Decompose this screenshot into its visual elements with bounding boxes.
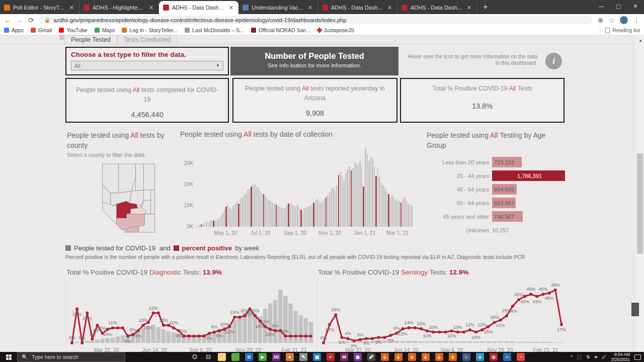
date-bar[interactable] (208, 222, 209, 227)
adhs-window-icon[interactable]: ✋ (422, 353, 430, 361)
red-circle-app-icon[interactable]: ◎ (490, 353, 498, 361)
date-bar[interactable] (238, 204, 239, 227)
age-row[interactable]: 55 - 64 years583,567 (427, 196, 567, 210)
age-row[interactable]: 65 years and older748,567 (427, 210, 567, 223)
taskbar-clock[interactable]: 9:04 AM 3/25/2021 (611, 352, 630, 362)
task-view-icon[interactable]: ⊟ (204, 353, 212, 361)
check-app-icon[interactable]: ✓ (327, 353, 335, 361)
date-bar[interactable] (222, 213, 223, 227)
date-bar[interactable] (397, 199, 398, 227)
browser-tab[interactable]: Understanding Vaccination Prog ✕ (238, 1, 318, 14)
date-bar[interactable] (340, 172, 341, 227)
bookmark-item[interactable]: JuxtaposeJS (317, 27, 354, 33)
date-bar[interactable] (370, 156, 372, 227)
chrome-icon[interactable]: ◔ (517, 353, 525, 361)
maximize-button[interactable]: ▢ (610, 0, 627, 12)
date-bar[interactable] (318, 201, 320, 227)
date-bar[interactable] (300, 210, 302, 227)
date-bar[interactable] (236, 201, 238, 227)
tab-close-icon[interactable]: ✕ (148, 5, 154, 11)
date-bar[interactable] (302, 211, 304, 227)
date-bar[interactable] (361, 165, 363, 227)
date-bar[interactable] (375, 176, 377, 227)
adhs-window-icon[interactable]: ✋ (435, 353, 443, 361)
date-bar[interactable] (249, 189, 250, 227)
date-bar[interactable] (277, 206, 279, 227)
adhs-window-icon[interactable]: ✋ (408, 353, 416, 361)
tablet-icon[interactable]: ⿴ (577, 354, 582, 360)
date-bar[interactable] (410, 205, 411, 227)
age-row[interactable]: 45 - 54 years604,555 (427, 183, 567, 196)
date-bar[interactable] (213, 221, 214, 227)
date-bar[interactable] (393, 198, 395, 227)
date-bar[interactable] (197, 226, 199, 227)
zoom-indicator-icon[interactable]: ⊕ (598, 16, 604, 24)
serology-weekly-chart[interactable]: 0%17%26%5%4%2%3%4%5%7%9%13%14%13%11%10%1… (317, 280, 571, 352)
date-bar[interactable] (349, 166, 350, 227)
tab-close-icon[interactable]: ✕ (466, 5, 472, 11)
age-bar[interactable]: 604,555 (492, 184, 517, 195)
bookmark-item[interactable]: Log in - StoryTeller... (122, 27, 178, 33)
date-bar[interactable] (274, 204, 275, 227)
date-bar[interactable] (411, 206, 413, 227)
date-bar[interactable] (390, 197, 391, 227)
date-bar[interactable] (326, 197, 327, 227)
date-bar[interactable] (306, 208, 307, 227)
taskbar-search[interactable]: 🔍 Type here to search (17, 352, 125, 362)
date-bar[interactable] (206, 222, 207, 227)
date-bar[interactable] (225, 207, 227, 227)
tab-close-icon[interactable]: ✕ (386, 5, 393, 11)
date-bar[interactable] (379, 177, 380, 227)
list-app-icon[interactable]: ≡ (503, 353, 511, 361)
edit-doc-icon[interactable]: ✎ (299, 353, 307, 361)
date-bar[interactable] (367, 154, 368, 227)
date-bar[interactable] (336, 186, 338, 227)
date-bar[interactable] (382, 186, 384, 227)
date-bar[interactable] (372, 159, 373, 227)
bookmark-item[interactable]: Official NORAD San... (251, 27, 310, 33)
reading-list-button[interactable]: Reading list (600, 27, 640, 33)
volume-icon[interactable]: 🕪 (595, 354, 598, 360)
date-bar[interactable] (311, 205, 313, 227)
bookmark-item[interactable]: YouTube (59, 27, 87, 33)
date-bar[interactable] (365, 148, 366, 227)
county-greenlee[interactable] (151, 190, 155, 214)
date-bar[interactable] (395, 200, 396, 227)
date-bar[interactable] (218, 218, 220, 227)
date-bar[interactable] (384, 189, 386, 227)
date-bar[interactable] (256, 187, 258, 227)
date-bar[interactable] (229, 208, 230, 227)
scrollbar-up-arrow[interactable]: ▲ (638, 38, 642, 43)
date-bar[interactable] (313, 203, 314, 227)
date-bar[interactable] (309, 206, 311, 227)
date-bar[interactable] (315, 200, 316, 227)
county-navajo[interactable] (136, 164, 144, 191)
date-bar[interactable] (270, 201, 272, 227)
age-chart[interactable]: Less than 20 years723,10320 - 44 years1,… (427, 155, 567, 237)
start-button[interactable] (0, 352, 17, 362)
date-bar[interactable] (359, 161, 361, 227)
date-bar[interactable] (202, 224, 204, 227)
date-bar[interactable] (377, 168, 379, 227)
date-bar[interactable] (335, 191, 336, 227)
tab-close-icon[interactable]: ✕ (68, 5, 75, 11)
date-bar[interactable] (408, 204, 409, 227)
date-bar[interactable] (351, 170, 352, 227)
new-tab-button[interactable]: + (477, 3, 494, 12)
date-bar[interactable] (297, 205, 298, 227)
bookmark-star-icon[interactable]: ☆ (608, 16, 615, 24)
date-bar[interactable] (290, 204, 291, 227)
network-icon[interactable]: ⇅ (586, 354, 590, 359)
date-bar[interactable] (406, 201, 408, 227)
date-bar[interactable] (224, 210, 225, 227)
age-row[interactable]: Less than 20 years723,103 (427, 155, 567, 169)
date-bar[interactable] (244, 195, 245, 227)
people-app-icon[interactable]: ⛹ (462, 353, 470, 361)
date-bar[interactable] (324, 199, 325, 227)
3d-viewer-icon[interactable]: 3D (272, 353, 280, 361)
date-bar[interactable] (211, 220, 213, 227)
adhs-window-icon[interactable]: ✋ (381, 353, 389, 361)
brush-app-icon[interactable]: 🖉 (367, 353, 375, 361)
date-bar[interactable] (242, 197, 243, 227)
browser-tab[interactable]: ADHS - Data Dashboard ✕ (397, 1, 477, 14)
